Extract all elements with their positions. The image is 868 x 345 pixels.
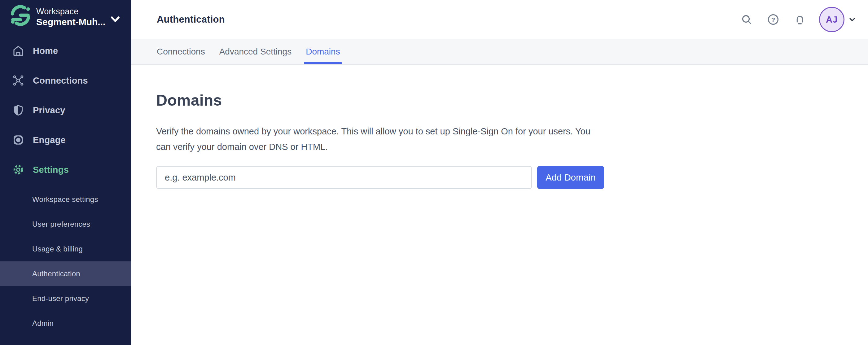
subnav-item-authentication[interactable]: Authentication <box>0 261 131 286</box>
tab-connections[interactable]: Connections <box>157 39 205 64</box>
subnav-item-label: User preferences <box>32 220 90 228</box>
section-heading: Domains <box>156 91 868 109</box>
subnav-item-label: Authentication <box>32 270 80 278</box>
page-title: Authentication <box>157 0 225 39</box>
search-icon[interactable] <box>740 13 753 26</box>
add-domain-form: Add Domain <box>156 166 604 189</box>
bell-icon[interactable] <box>793 13 807 26</box>
domain-input[interactable] <box>156 166 532 189</box>
sidebar-item-connections[interactable]: Connections <box>0 66 131 95</box>
tab-domains[interactable]: Domains <box>306 39 340 64</box>
sidebar-item-engage[interactable]: Engage <box>0 125 131 155</box>
sidebar-item-privacy[interactable]: Privacy <box>0 95 131 125</box>
chevron-down-icon <box>109 13 121 25</box>
sidebar-item-home[interactable]: Home <box>0 36 131 66</box>
tabbar: Connections Advanced Settings Domains <box>131 39 868 65</box>
domains-section: Domains Verify the domains owned by your… <box>131 65 868 155</box>
subnav-item-label: Admin <box>32 319 54 328</box>
avatar[interactable]: AJ <box>819 7 844 32</box>
topbar: Authentication ? <box>131 0 868 39</box>
main-area: Authentication ? <box>131 0 868 345</box>
sidebar: Workspace Segment-Muh... Home <box>0 0 131 345</box>
sidebar-item-label: Settings <box>33 165 69 175</box>
app-root: Workspace Segment-Muh... Home <box>0 0 868 345</box>
workspace-label: Workspace <box>36 6 107 17</box>
sidebar-item-label: Privacy <box>33 105 65 116</box>
tab-advanced-settings[interactable]: Advanced Settings <box>219 39 292 64</box>
avatar-initials: AJ <box>826 14 838 25</box>
user-menu-chevron-down-icon[interactable] <box>847 15 857 24</box>
subnav-item-workspace-settings[interactable]: Workspace settings <box>0 187 131 212</box>
help-icon[interactable]: ? <box>766 13 780 26</box>
topbar-actions: ? AJ <box>727 0 857 39</box>
settings-subnav: Workspace settings User preferences Usag… <box>0 187 131 336</box>
subnav-item-admin[interactable]: Admin <box>0 311 131 336</box>
sidebar-item-label: Connections <box>33 75 88 86</box>
sidebar-item-settings[interactable]: Settings <box>0 155 131 185</box>
subnav-item-label: End-user privacy <box>32 294 89 303</box>
engage-icon <box>12 133 25 147</box>
sidebar-item-label: Engage <box>33 135 66 145</box>
gear-icon <box>12 163 25 176</box>
subnav-item-end-user-privacy[interactable]: End-user privacy <box>0 286 131 311</box>
section-description: Verify the domains owned by your workspa… <box>156 124 599 155</box>
connections-icon <box>12 74 25 87</box>
segment-logo-icon <box>10 5 31 26</box>
shield-icon <box>12 104 25 117</box>
home-icon <box>12 44 25 57</box>
subnav-item-user-preferences[interactable]: User preferences <box>0 212 131 237</box>
subnav-item-label: Workspace settings <box>32 195 98 204</box>
add-domain-button[interactable]: Add Domain <box>537 166 604 189</box>
subnav-item-label: Usage & billing <box>32 245 83 253</box>
sidebar-nav: Home Connections <box>0 36 131 185</box>
help-glyph: ? <box>771 16 775 23</box>
subnav-item-usage-billing[interactable]: Usage & billing <box>0 237 131 261</box>
sidebar-item-label: Home <box>33 46 58 56</box>
workspace-name: Segment-Muh... <box>36 17 107 28</box>
workspace-switcher[interactable]: Workspace Segment-Muh... <box>0 0 131 34</box>
workspace-text: Workspace Segment-Muh... <box>36 6 107 28</box>
